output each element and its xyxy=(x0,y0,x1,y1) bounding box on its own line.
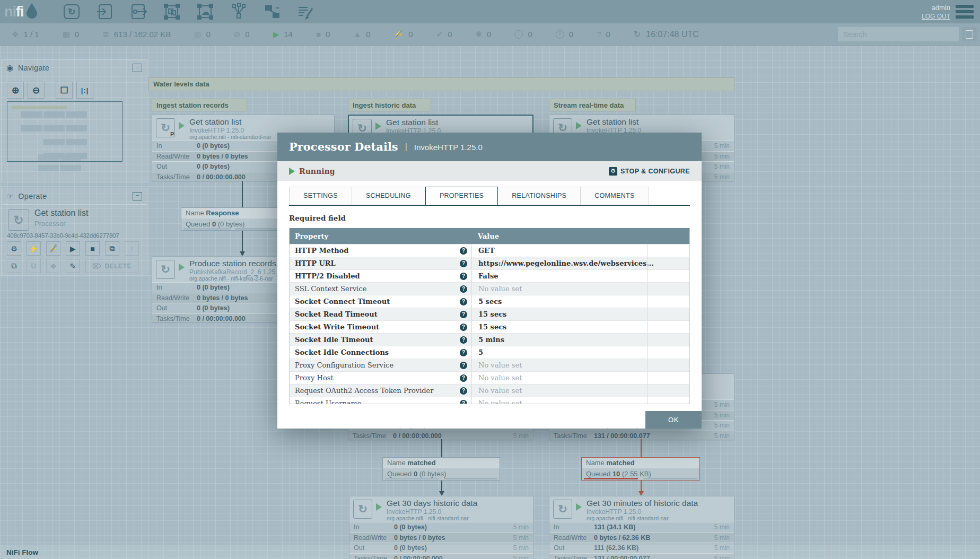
run-status-icon xyxy=(179,122,185,129)
help-icon[interactable]: ? xyxy=(460,336,467,344)
tab-scheduling[interactable]: SCHEDULING xyxy=(352,187,425,205)
connection-connection-response[interactable]: Name ResponseQueued 0 (0 bytes) xyxy=(181,207,285,231)
zoom-in-button[interactable]: ⊕ xyxy=(7,82,24,99)
bulletin-board-icon[interactable] xyxy=(962,27,977,41)
stop-button[interactable]: ■ xyxy=(85,241,100,256)
help-icon[interactable]: ? xyxy=(460,285,467,293)
connection-edge xyxy=(242,229,243,252)
zoom-fit-button[interactable]: ☐ xyxy=(56,82,73,99)
property-extra-cell xyxy=(648,397,689,404)
disable-button[interactable]: ⚡ xyxy=(46,241,60,256)
zoom-out-button[interactable]: ⊖ xyxy=(28,82,45,99)
refresh-icon[interactable]: ↻ xyxy=(634,29,641,39)
stop-icon: ■ xyxy=(90,244,94,253)
collapse-operate-button[interactable]: − xyxy=(133,192,142,200)
dialog-title-separator: | xyxy=(405,142,407,152)
property-value-cell[interactable]: 5 mins xyxy=(471,334,648,346)
tab-settings[interactable]: SETTINGS xyxy=(289,187,352,205)
nifi-logo[interactable]: nifi xyxy=(4,3,39,21)
stat-row: Tasks/Time131 / 00:00:00.0775 min xyxy=(549,431,734,441)
flow-label-water-levels-data[interactable]: Water levels data xyxy=(148,77,734,91)
stat-label: In xyxy=(349,523,394,531)
funnel-icon[interactable] xyxy=(229,2,248,21)
status-disabled: ⚡0 xyxy=(394,30,413,39)
output-port-icon[interactable] xyxy=(129,2,148,21)
birdseye-minimap[interactable] xyxy=(7,101,122,162)
property-value-cell[interactable]: No value set xyxy=(471,385,648,397)
search-input[interactable] xyxy=(838,27,959,41)
process-group-icon[interactable] xyxy=(162,2,181,21)
property-name-cell: HTTP Method? xyxy=(290,244,471,257)
enable-button[interactable]: ⚡ xyxy=(27,241,41,256)
breadcrumb-bar: NiFi Flow xyxy=(0,545,980,559)
stat-label: Read/Write xyxy=(549,534,594,541)
start-button[interactable]: ▶ xyxy=(66,241,80,256)
property-extra-cell xyxy=(648,385,689,397)
property-value-cell[interactable]: GET xyxy=(471,244,648,257)
help-icon[interactable]: ? xyxy=(460,400,467,405)
collapse-navigate-button[interactable]: − xyxy=(133,64,142,72)
tab-comments[interactable]: COMMENTS xyxy=(581,187,649,205)
global-menu-button[interactable] xyxy=(956,4,974,20)
status-transmitting-count: 0 xyxy=(206,30,210,39)
property-value: 5 xyxy=(478,348,483,356)
property-value-cell[interactable]: No value set xyxy=(471,397,648,404)
flow-label[interactable]: Stream real-time data xyxy=(549,99,636,111)
input-port-icon[interactable] xyxy=(95,2,115,21)
stat-row: Read/Write0 bytes / 62.36 KB5 min xyxy=(549,532,734,543)
property-name: Socket Read Timeout xyxy=(295,310,378,318)
logout-link[interactable]: LOG OUT xyxy=(922,13,950,21)
run-status-icon xyxy=(179,264,185,271)
help-icon[interactable]: ? xyxy=(460,349,467,356)
property-value-cell[interactable]: 5 xyxy=(471,346,648,359)
tab-properties[interactable]: PROPERTIES xyxy=(425,187,498,205)
help-icon[interactable]: ? xyxy=(460,324,467,331)
property-value-cell[interactable]: No value set xyxy=(471,372,648,384)
property-value-cell[interactable]: 5 secs xyxy=(471,295,648,308)
connection-connection-matched-2[interactable]: Name matchedQueued 10 (2.55 KB) xyxy=(581,457,700,481)
help-icon[interactable]: ? xyxy=(460,387,467,395)
template-icon[interactable] xyxy=(262,2,282,21)
status-transmitting: ◎0 xyxy=(194,30,210,39)
color-button[interactable]: ✎ xyxy=(66,259,80,273)
dialog-subtitle: InvokeHTTP 1.25.0 xyxy=(414,143,483,152)
zoom-actual-size-button[interactable]: |:| xyxy=(76,82,93,99)
queued-count: 0 xyxy=(212,220,216,228)
property-value-cell[interactable]: No value set xyxy=(471,283,648,295)
help-icon[interactable]: ? xyxy=(460,273,467,280)
property-value-cell[interactable]: https://www.pegelonline.wsv.de/webservic… xyxy=(471,257,648,269)
processor-icon[interactable]: ↻ xyxy=(62,2,81,21)
property-row: Socket Read Timeout?15 secs xyxy=(290,308,689,320)
remote-process-group-icon[interactable]: ☁ xyxy=(196,2,215,21)
stop-and-configure-button[interactable]: ⚙ STOP & CONFIGURE xyxy=(609,167,690,176)
flow-label[interactable]: Ingest historic data xyxy=(348,99,431,111)
property-extra-cell xyxy=(648,359,689,371)
navigate-panel: ◉ Navigate − ⊕ ⊖ ☐ |:| xyxy=(1,59,147,182)
status-bar: ❖1 / 1▦0≣613 / 162.02 KB◎0⊘0▶14■0▲0⚡0✔0✱… xyxy=(0,23,980,46)
label-icon[interactable] xyxy=(296,2,315,21)
status-up-to-date-count: 0 xyxy=(448,30,452,39)
create-template-button[interactable]: ⧉ xyxy=(105,241,119,256)
help-icon[interactable]: ? xyxy=(460,298,467,305)
status-locally-modified-count: 0 xyxy=(487,30,491,39)
breadcrumb[interactable]: NiFi Flow xyxy=(6,548,38,556)
ok-button[interactable]: OK xyxy=(645,411,702,429)
connection-name-row: Name matched xyxy=(582,458,699,469)
help-icon[interactable]: ? xyxy=(460,247,467,255)
flow-label[interactable]: Ingest station records xyxy=(152,99,247,111)
connection-connection-matched-1[interactable]: Name matchedQueued 0 (0 bytes) xyxy=(382,457,500,481)
property-value-cell[interactable]: False xyxy=(471,270,648,282)
property-value-cell[interactable]: No value set xyxy=(471,359,648,371)
connection-edge xyxy=(641,479,642,492)
tab-relationships[interactable]: RELATIONSHIPS xyxy=(498,187,581,205)
property-value-cell[interactable]: 15 secs xyxy=(471,308,648,320)
copy-button[interactable]: ⧉ xyxy=(7,259,21,273)
processor-name: Get 30 minutes of historic data xyxy=(587,499,698,508)
help-icon[interactable]: ? xyxy=(460,260,467,267)
configuration-button[interactable]: ⚙ xyxy=(7,241,21,256)
property-value-cell[interactable]: 15 secs xyxy=(471,321,648,333)
help-icon[interactable]: ? xyxy=(460,374,467,382)
help-icon[interactable]: ? xyxy=(460,362,467,369)
help-icon[interactable]: ? xyxy=(460,311,467,318)
upload-template-button: ↑ xyxy=(125,241,139,256)
